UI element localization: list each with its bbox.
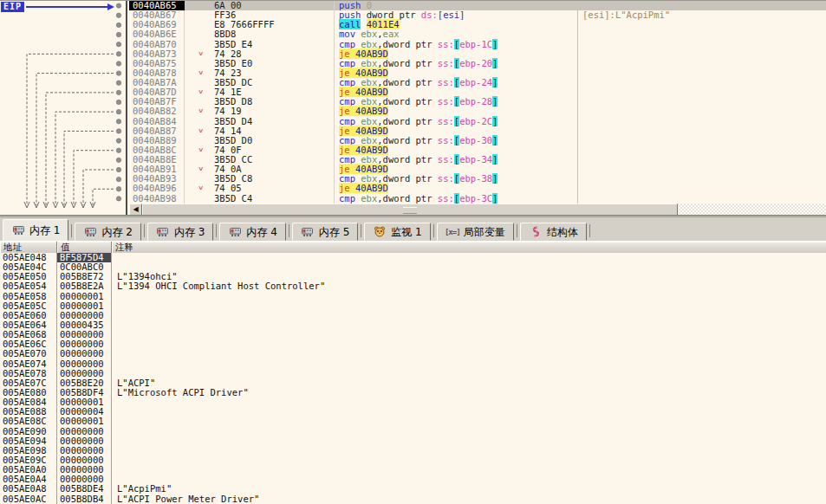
disasm-bytes: v74 23 (185, 68, 335, 78)
tab-separator (433, 224, 434, 237)
memory-row[interactable]: 005AE0AC005B8DB4L"ACPI Power Meter Drive… (0, 494, 826, 504)
memory-comment (112, 427, 826, 436)
scrollbar-thumb[interactable] (142, 204, 678, 216)
disasm-instruction: cmp ebx,dword ptr ss:[ebp-1C] (335, 40, 578, 49)
disasm-comment (578, 68, 826, 78)
tab-separator (289, 224, 289, 237)
disasm-comment (578, 136, 826, 145)
disasm-row[interactable]: 0040AB843B5D D4cmp ebx,dword ptr ss:[ebp… (129, 117, 826, 126)
jump-direction-icon: v (198, 184, 203, 192)
disasm-comment: [esi]:L"AcpiPmi" (578, 10, 826, 20)
tab-memory-1[interactable]: 内存 1 (3, 219, 68, 241)
disasm-bytes: v74 0A (185, 165, 335, 174)
disasm-bytes: 3B5D C8 (185, 174, 335, 184)
memory-value: 005B8E2A (57, 281, 112, 291)
disasm-address: 0040AB70 (129, 40, 185, 49)
memory-address: 005AE090 (0, 427, 57, 436)
disasm-comment (578, 107, 826, 116)
disasm-bytes: v74 1E (185, 87, 335, 97)
memory-row[interactable]: 005AE06800000000 (0, 330, 826, 339)
memory-row[interactable]: 005AE0A000000000 (0, 465, 826, 475)
memory-row[interactable]: 005AE05800000001 (0, 292, 826, 301)
memory-table-rows: 005AE048BF5875D4005AE04C0C00ABC0005AE050… (0, 253, 826, 504)
jump-direction-icon: v (198, 107, 203, 115)
scroll-left-button[interactable]: ◀ (129, 204, 142, 216)
memory-comment (112, 456, 826, 465)
memory-icon (301, 226, 315, 237)
memory-row[interactable]: 005AE08C00000001 (0, 417, 826, 426)
tab-label: 内存 2 (101, 223, 132, 241)
tab-separator (361, 224, 361, 237)
disasm-comment (578, 155, 826, 165)
memory-row[interactable]: 005AE07000000000 (0, 349, 826, 359)
jump-direction-icon: v (198, 49, 203, 57)
disassembly-pane: EIP 0040AB656A 00push 00040AB67FF36push … (0, 0, 826, 215)
memory-row[interactable]: 005AE0A8005B8DE4L"AcpiPmi" (0, 484, 826, 494)
memory-row[interactable]: 005AE054005B8E2AL"1394 OHCI Compliant Ho… (0, 281, 826, 291)
memory-comment: L"1394 OHCI Compliant Host Controller" (112, 281, 826, 291)
memory-row[interactable]: 005AE09C00000000 (0, 456, 826, 465)
tab-memory-4[interactable]: 内存 4 (219, 223, 285, 241)
jump-direction-icon: v (198, 68, 203, 76)
disasm-row[interactable]: 0040AB703B5D E4cmp ebx,dword ptr ss:[ebp… (129, 40, 826, 49)
memory-icon (83, 226, 97, 237)
memory-row[interactable]: 005AE08800000004 (0, 407, 826, 417)
column-header-address[interactable]: 地址 (0, 242, 57, 253)
memory-address: 005AE070 (0, 349, 57, 359)
tab-separator (216, 224, 217, 237)
disasm-address: 0040AB6E (129, 29, 185, 39)
memory-comment (112, 465, 826, 475)
memory-comment (112, 436, 826, 446)
disasm-bytes: 3B5D D8 (185, 97, 335, 107)
memory-comment (112, 417, 826, 426)
memory-comment (112, 339, 826, 349)
memory-comment: L"AcpiPmi" (112, 484, 826, 494)
memory-address: 005AE0A8 (0, 484, 57, 494)
disasm-comment (578, 20, 826, 29)
memory-icon (156, 226, 170, 237)
disasm-row[interactable]: 0040AB983B5D C4cmp ebx,dword ptr ss:[ebp… (129, 194, 826, 204)
tab-label: 局部变量 (464, 223, 505, 241)
tab-struct[interactable]: 结构体 (520, 223, 587, 241)
tab-locals[interactable]: [x=]局部变量 (437, 223, 514, 241)
memory-row[interactable]: 005AE048BF5875D4 (0, 253, 826, 262)
disasm-bytes: v74 05 (185, 184, 335, 193)
disasm-bytes: 8BD8 (185, 29, 335, 39)
jump-direction-icon: v (198, 87, 203, 95)
tab-memory-3[interactable]: 内存 3 (147, 223, 213, 241)
horizontal-scrollbar[interactable]: ◀ (129, 204, 826, 216)
memory-row[interactable]: 005AE05C00000001 (0, 301, 826, 311)
column-header-value[interactable]: 值 (57, 242, 112, 253)
memory-row[interactable]: 005AE07400000000 (0, 359, 826, 369)
tab-memory-5[interactable]: 内存 5 (292, 223, 358, 241)
memory-table-header: 地址 值 注释 (0, 242, 826, 253)
memory-value: 005B8DB4 (57, 494, 112, 504)
eip-marker: EIP (1, 2, 24, 12)
memory-row[interactable]: 005AE06400000435 (0, 320, 826, 330)
scrollbar-grip (403, 207, 417, 214)
disasm-instruction: cmp ebx,dword ptr ss:[ebp-2C] (335, 117, 578, 126)
memory-row[interactable]: 005AE09000000000 (0, 427, 826, 436)
tab-watch-1[interactable]: 监视 1 (364, 223, 430, 241)
tab-memory-2[interactable]: 内存 2 (75, 223, 140, 241)
disassembly-rows: 0040AB656A 00push 00040AB67FF36push dwor… (129, 1, 826, 204)
tab-label: 监视 1 (391, 223, 421, 241)
memory-row[interactable]: 005AE06C00000000 (0, 339, 826, 349)
tab-label: 内存 1 (29, 222, 60, 239)
disasm-comment (578, 194, 826, 204)
jump-arrows-graphic (0, 1, 127, 216)
memory-comment (112, 253, 826, 262)
memory-row[interactable]: 005AE09800000000 (0, 446, 826, 456)
memory-address: 005AE054 (0, 281, 57, 291)
memory-row[interactable]: 005AE08400000001 (0, 397, 826, 407)
disasm-comment (578, 87, 826, 97)
disasm-comment (578, 49, 826, 59)
memory-row[interactable]: 005AE06000000000 (0, 311, 826, 320)
memory-comment (112, 311, 826, 320)
memory-value: 00000000 (57, 427, 112, 436)
disasm-comment (578, 184, 826, 193)
memory-row[interactable]: 005AE080005B8DF4L"Microsoft ACPI Driver" (0, 388, 826, 397)
locals-icon: [x=] (446, 226, 459, 237)
memory-row[interactable]: 005AE09400000000 (0, 436, 826, 446)
column-header-comment[interactable]: 注释 (112, 242, 826, 253)
